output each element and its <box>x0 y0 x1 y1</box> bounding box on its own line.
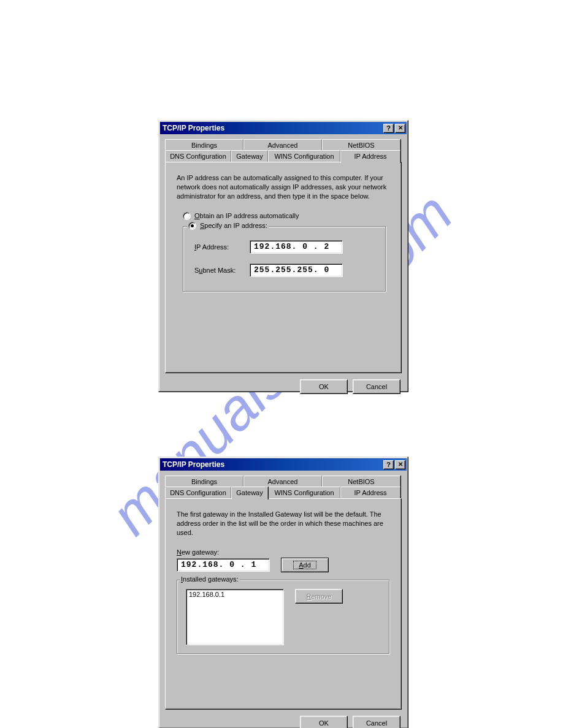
new-gateway-label: New gateway: <box>177 548 390 556</box>
ok-button[interactable]: OK <box>300 716 348 728</box>
question-icon: ? <box>386 461 391 468</box>
subnet-mask-label: Subnet Mask: <box>194 267 250 274</box>
tab-ipaddress[interactable]: IP Address <box>340 150 400 163</box>
ip-description: An IP address can be automatically assig… <box>177 173 390 201</box>
radio-specify-label: Specify an IP address: <box>200 222 267 229</box>
tab-advanced[interactable]: Advanced <box>243 139 322 151</box>
list-item[interactable]: 192.168.0.1 <box>189 591 281 598</box>
tab-wins[interactable]: WINS Configuration <box>268 150 340 162</box>
ok-button[interactable]: OK <box>300 379 348 394</box>
tab-dns[interactable]: DNS Configuration <box>165 487 231 498</box>
tab-wins[interactable]: WINS Configuration <box>268 487 340 498</box>
tab-dns[interactable]: DNS Configuration <box>165 150 231 162</box>
add-button[interactable]: Add <box>281 558 329 572</box>
dialog-buttons: OK Cancel <box>159 710 408 728</box>
tab-ipaddress[interactable]: IP Address <box>340 487 400 498</box>
subnet-mask-row: Subnet Mask: 255.255.255. 0 <box>194 264 375 277</box>
tab-bindings[interactable]: Bindings <box>165 476 243 487</box>
titlebar[interactable]: TCP/IP Properties ? ✕ <box>160 122 407 134</box>
tab-row-back: Bindings Advanced NetBIOS <box>165 476 402 487</box>
radio-obtain-label: Obtain an IP address automatically <box>194 212 299 219</box>
tab-panel-gateway: The first gateway in the Installed Gatew… <box>165 498 402 710</box>
tab-gateway[interactable]: Gateway <box>231 487 268 499</box>
tab-netbios[interactable]: NetBIOS <box>322 139 400 151</box>
titlebar-text: TCP/IP Properties <box>163 124 382 132</box>
radio-icon <box>188 222 196 230</box>
tab-row-front: DNS Configuration Gateway WINS Configura… <box>165 487 402 498</box>
dialog-buttons: OK Cancel <box>159 373 408 400</box>
tabs: Bindings Advanced NetBIOS DNS Configurat… <box>165 139 402 373</box>
close-button[interactable]: ✕ <box>395 124 405 133</box>
installed-gateways-group: Installed gateways: 192.168.0.1 Remove <box>177 580 390 654</box>
specify-ip-group: Specify an IP address: IP Address: 192.1… <box>183 226 386 292</box>
help-button[interactable]: ? <box>383 460 394 469</box>
ip-address-label: IP Address: <box>194 243 250 251</box>
close-icon: ✕ <box>398 125 403 131</box>
radio-icon <box>183 212 191 220</box>
tab-bindings[interactable]: Bindings <box>165 139 243 151</box>
cancel-button[interactable]: Cancel <box>353 716 400 728</box>
help-button[interactable]: ? <box>383 124 394 133</box>
tabs: Bindings Advanced NetBIOS DNS Configurat… <box>165 476 402 710</box>
tcpip-properties-dialog-ip: TCP/IP Properties ? ✕ Bindings Advanced … <box>158 120 408 392</box>
tab-advanced[interactable]: Advanced <box>243 476 322 487</box>
new-gateway-input[interactable]: 192.168. 0 . 1 <box>177 558 270 572</box>
tab-gateway[interactable]: Gateway <box>231 150 268 162</box>
cancel-button[interactable]: Cancel <box>353 379 400 394</box>
tab-netbios[interactable]: NetBIOS <box>322 476 400 487</box>
remove-button[interactable]: Remove <box>295 589 343 604</box>
installed-gateways-list[interactable]: 192.168.0.1 <box>186 589 284 645</box>
new-gateway-row: 192.168. 0 . 1 Add <box>177 558 390 572</box>
radio-specify-ip[interactable]: Specify an IP address: <box>187 222 269 230</box>
question-icon: ? <box>386 125 391 132</box>
titlebar-text: TCP/IP Properties <box>163 460 382 469</box>
tab-row-back: Bindings Advanced NetBIOS <box>165 139 402 151</box>
close-button[interactable]: ✕ <box>395 460 405 469</box>
close-icon: ✕ <box>398 461 403 468</box>
radio-dot-icon <box>191 224 194 227</box>
tab-row-front: DNS Configuration Gateway WINS Configura… <box>165 150 402 162</box>
tcpip-properties-dialog-gateway: TCP/IP Properties ? ✕ Bindings Advanced … <box>158 457 408 728</box>
radio-obtain-auto[interactable]: Obtain an IP address automatically <box>177 212 390 220</box>
installed-row: 192.168.0.1 Remove <box>186 589 381 645</box>
ip-address-row: IP Address: 192.168. 0 . 2 <box>194 240 375 254</box>
gateway-description: The first gateway in the Installed Gatew… <box>177 510 390 537</box>
installed-gateways-label: Installed gateways: <box>180 575 240 583</box>
titlebar[interactable]: TCP/IP Properties ? ✕ <box>160 458 407 471</box>
subnet-mask-input[interactable]: 255.255.255. 0 <box>250 264 343 277</box>
tab-panel-ip: An IP address can be automatically assig… <box>165 162 402 373</box>
ip-address-input[interactable]: 192.168. 0 . 2 <box>250 240 343 254</box>
